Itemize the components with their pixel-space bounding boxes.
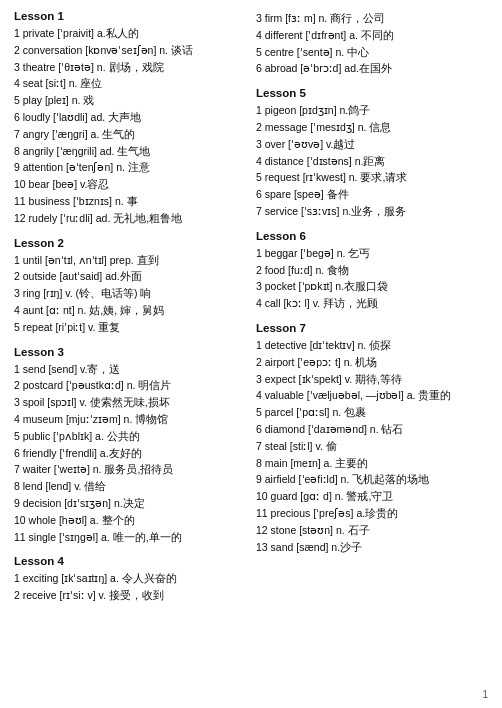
vocabulary-entry: 5 repeat [riˈpiːt] v. 重复 [14,319,246,336]
vocabulary-entry: 2 outside [autˈsaid] ad.外面 [14,268,246,285]
vocabulary-entry: 2 airport [ˈeəpɔː t] n. 机场 [256,354,488,371]
vocabulary-entry: 11 single [ˈsɪŋgəl] a. 唯一的,单一的 [14,529,246,546]
vocabulary-entry: 4 valuable [ˈvæljuəbəl, —jʊbəl] a. 贵重的 [256,387,488,404]
vocabulary-entry: 3 over [ˈəʊvə] v.越过 [256,136,488,153]
vocabulary-entry: 5 public [ˈpʌblɪk] a. 公共的 [14,428,246,445]
vocabulary-entry: 3 expect [ɪkˈspekt] v. 期待,等待 [256,371,488,388]
vocabulary-entry: 2 postcard [ˈpəustkɑːd] n. 明信片 [14,377,246,394]
vocabulary-entry: 1 until [ənˈtɪl, ʌnˈtɪl] prep. 直到 [14,252,246,269]
vocabulary-entry: 6 abroad [əˈbrɔːd] ad.在国外 [256,60,488,77]
vocabulary-entry: 5 centre [ˈsentə] n. 中心 [256,44,488,61]
vocabulary-entry: 1 pigeon [pɪdʒɪn] n.鸽子 [256,102,488,119]
lesson-title: Lesson 2 [14,237,246,249]
lesson-title: Lesson 6 [256,230,488,242]
vocabulary-entry: 9 airfield [ˈeəfiːld] n. 飞机起落的场地 [256,471,488,488]
vocabulary-entry: 1 detective [dɪˈtektɪv] n. 侦探 [256,337,488,354]
lesson-title: Lesson 4 [14,555,246,567]
vocabulary-entry: 9 decision [dɪˈsɪʒən] n.决定 [14,495,246,512]
vocabulary-entry: 3 spoil [spɔɪl] v. 使索然无味,损坏 [14,394,246,411]
vocabulary-entry: 6 loudly [ˈlaʊdli] ad. 大声地 [14,109,246,126]
vocabulary-entry: 4 museum [mjuːˈzɪəm] n. 博物馆 [14,411,246,428]
vocabulary-entry: 7 angry [ˈæŋgri] a. 生气的 [14,126,246,143]
vocabulary-entry: 7 service [ˈsɜːvɪs] n.业务，服务 [256,203,488,220]
lesson-title: Lesson 3 [14,346,246,358]
vocabulary-entry: 7 waiter [ˈweɪtə] n. 服务员,招待员 [14,461,246,478]
vocabulary-entry: 12 rudely [ˈruːdli] ad. 无礼地,粗鲁地 [14,210,246,227]
vocabulary-entry: 7 steal [stiːl] v. 偷 [256,438,488,455]
left-column: Lesson 11 private [ˈpraivit] a.私人的2 conv… [14,10,246,604]
vocabulary-entry: 4 call [kɔː l] v. 拜访，光顾 [256,295,488,312]
vocabulary-entry: 1 private [ˈpraivit] a.私人的 [14,25,246,42]
lesson-title: Lesson 7 [256,322,488,334]
vocabulary-entry: 4 distance [ˈdɪstəns] n.距离 [256,153,488,170]
right-column: 3 firm [fɜː m] n. 商行，公司4 different [ˈdɪf… [256,10,488,604]
vocabulary-entry: 4 seat [siːt] n. 座位 [14,75,246,92]
vocabulary-entry: 10 bear [beə] v.容忍 [14,176,246,193]
vocabulary-entry: 3 pocket [ˈpɒkɪt] n.衣服口袋 [256,278,488,295]
vocabulary-entry: 10 guard [gɑː d] n. 警戒,守卫 [256,488,488,505]
vocabulary-entry: 5 play [pleɪ] n. 戏 [14,92,246,109]
vocabulary-entry: 8 angrily [ˈæŋgrili] ad. 生气地 [14,143,246,160]
vocabulary-entry: 3 theatre [ˈθɪətə] n. 剧场，戏院 [14,59,246,76]
vocabulary-entry: 1 send [send] v.寄，送 [14,361,246,378]
vocabulary-entry: 6 friendly [ˈfrendli] a.友好的 [14,445,246,462]
page-number: 1 [482,689,488,700]
vocabulary-entry: 9 attention [əˈtenʃən] n. 注意 [14,159,246,176]
vocabulary-entry: 13 sand [sænd] n.沙子 [256,539,488,556]
vocabulary-entry: 1 beggar [ˈbegə] n. 乞丐 [256,245,488,262]
vocabulary-entry: 12 stone [stəʊn] n. 石子 [256,522,488,539]
vocabulary-entry: 6 spare [speə] 备件 [256,186,488,203]
vocabulary-entry: 6 diamond [ˈdaɪəmənd] n. 钻石 [256,421,488,438]
vocabulary-entry: 4 aunt [ɑː nt] n. 姑,姨, 婶，舅妈 [14,302,246,319]
vocabulary-entry: 3 ring [rɪŋ] v. (铃、电话等) 响 [14,285,246,302]
vocabulary-entry: 11 precious [ˈpreʃəs] a.珍贵的 [256,505,488,522]
vocabulary-entry: 8 main [meɪn] a. 主要的 [256,455,488,472]
vocabulary-entry: 2 conversation [kɒnvəˈseɪʃən] n. 谈话 [14,42,246,59]
vocabulary-entry: 4 different [ˈdɪfrənt] a. 不同的 [256,27,488,44]
vocabulary-entry: 3 firm [fɜː m] n. 商行，公司 [256,10,488,27]
vocabulary-entry: 8 lend [lend] v. 借给 [14,478,246,495]
vocabulary-entry: 5 parcel [ˈpɑːsl] n. 包裹 [256,404,488,421]
vocabulary-entry: 1 exciting [ɪkˈsaɪtɪŋ] a. 令人兴奋的 [14,570,246,587]
lesson-title: Lesson 1 [14,10,246,22]
vocabulary-entry: 2 receive [rɪˈsiː v] v. 接受，收到 [14,587,246,604]
main-content: Lesson 11 private [ˈpraivit] a.私人的2 conv… [14,10,488,604]
vocabulary-entry: 2 message [ˈmesɪdʒ] n. 信息 [256,119,488,136]
vocabulary-entry: 5 request [rɪˈkwest] n. 要求,请求 [256,169,488,186]
vocabulary-entry: 10 whole [həʊl] a. 整个的 [14,512,246,529]
vocabulary-entry: 2 food [fuːd] n. 食物 [256,262,488,279]
lesson-title: Lesson 5 [256,87,488,99]
vocabulary-entry: 11 business [ˈbɪznɪs] n. 事 [14,193,246,210]
